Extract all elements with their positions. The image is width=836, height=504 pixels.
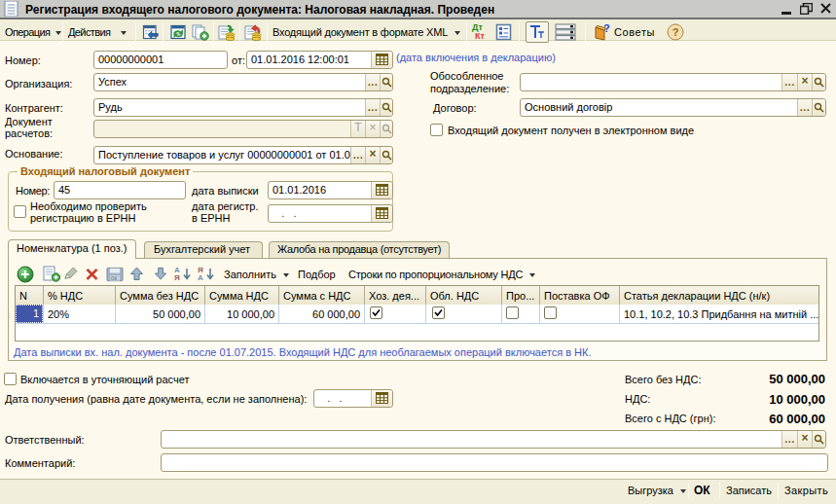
svg-text:?: ? <box>603 22 610 34</box>
svg-text:?: ? <box>672 26 679 38</box>
svg-text:ОК: ОК <box>111 276 118 281</box>
